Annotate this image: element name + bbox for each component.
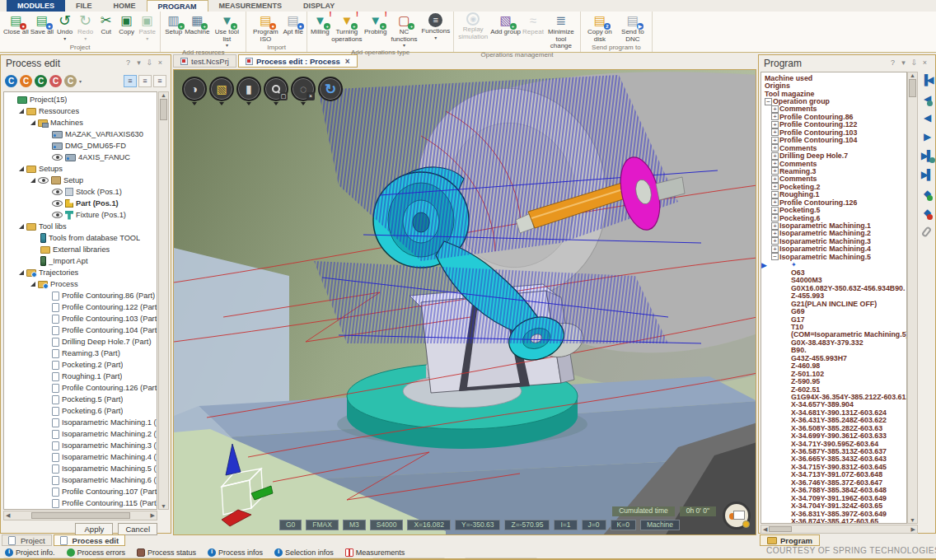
- setup-button[interactable]: ▥+Setup: [163, 12, 184, 36]
- collapse-minus-icon[interactable]: −: [771, 253, 779, 260]
- tree-item-4axis-fanuc[interactable]: 4AXIS_FANUC: [4, 152, 157, 163]
- expander-icon[interactable]: [19, 224, 24, 229]
- program-node-isoparametric-machining-5[interactable]: −Isoparametric Machining.5: [763, 253, 906, 260]
- gcode-line[interactable]: X-34.681Y-390.131Z-603.624: [763, 408, 906, 416]
- close-icon[interactable]: ×: [345, 57, 350, 66]
- program-vscrollbar[interactable]: ▲▼: [907, 72, 918, 524]
- expand-plus-icon[interactable]: +: [771, 167, 779, 175]
- expand-plus-icon[interactable]: +: [771, 183, 779, 190]
- gcode-line[interactable]: X-36.831Y-385.397Z-603.649: [763, 510, 906, 517]
- expand-plus-icon[interactable]: +: [771, 160, 779, 167]
- gcode-line[interactable]: (COM=Isoparametric Machining.5): [763, 330, 906, 338]
- tree-item-stock-pos-1[interactable]: Stock (Pos.1): [4, 186, 157, 198]
- gcode-line[interactable]: Z-501.102: [763, 370, 906, 377]
- visibility-eye-icon[interactable]: [52, 154, 63, 161]
- close-icon[interactable]: ×: [155, 59, 166, 67]
- help-icon[interactable]: ?: [123, 59, 133, 67]
- gcode-line[interactable]: G0X16.082Y-350.63Z-456.934B90.: [763, 284, 906, 292]
- program-node-drilling-deep-hole-7[interactable]: +Drilling Deep Hole.7: [763, 152, 906, 159]
- gcode-line[interactable]: X-34.704Y-391.324Z-603.65: [763, 502, 906, 509]
- program-iso-button[interactable]: ▤●Program ISO: [249, 12, 282, 43]
- program-node-tool-magazine[interactable]: Tool magazine: [763, 90, 906, 97]
- tree-item-setup[interactable]: Setup: [4, 175, 157, 186]
- gcode-line[interactable]: O63: [763, 268, 906, 276]
- simulation-gauge-icon[interactable]: [723, 502, 751, 530]
- tree-item-project-15[interactable]: Project(15): [4, 94, 157, 105]
- cancel-button[interactable]: Cancel: [118, 523, 157, 535]
- tree-item-trajectories[interactable]: Trajectories: [4, 267, 157, 278]
- apt-file-button[interactable]: ▤●Apt file: [282, 12, 303, 36]
- status-item-process-infos[interactable]: Process infos: [208, 548, 263, 557]
- view-mode-button-2[interactable]: ≡: [138, 75, 152, 87]
- view-mode-button-3[interactable]: ≡: [153, 75, 166, 87]
- expand-plus-icon[interactable]: +: [771, 128, 779, 136]
- go-first-icon[interactable]: ▐◀: [921, 75, 933, 85]
- expander-icon[interactable]: [19, 109, 24, 114]
- functions-button[interactable]: ≡Functions▾: [420, 12, 451, 40]
- expander-icon[interactable]: [19, 166, 24, 171]
- toolbar-c-blue-icon[interactable]: C: [5, 75, 17, 87]
- repeat-button[interactable]: ≈Repeat: [522, 12, 545, 36]
- gcode-line[interactable]: B90.: [763, 346, 906, 353]
- tree-item-external-libraries[interactable]: External libraries: [4, 244, 157, 255]
- expand-plus-icon[interactable]: +: [771, 121, 779, 128]
- gcode-line[interactable]: X-36.665Y-385.343Z-603.643: [763, 455, 906, 462]
- tree-item-ressources[interactable]: Ressources: [4, 105, 157, 117]
- selection-off-icon[interactable]: ◌×: [291, 77, 316, 101]
- tool-rem-icon[interactable]: ◆: [924, 208, 929, 217]
- program-node-roughing-1[interactable]: +Roughing.1: [763, 191, 906, 198]
- tree-item-profile-contouring-107-part[interactable]: Profile Contouring.107 (Part): [4, 486, 157, 497]
- gcode-line[interactable]: T10: [763, 323, 906, 330]
- status-item-project-info[interactable]: Project info.: [5, 548, 55, 557]
- gcode-line[interactable]: S4000M3: [763, 276, 906, 283]
- expander-icon[interactable]: [30, 120, 35, 125]
- gcode-line[interactable]: X-36.746Y-385.37Z-603.647: [763, 478, 906, 486]
- program-hscrollbar[interactable]: ◀▶: [760, 525, 918, 534]
- ribbon-tab-program[interactable]: PROGRAM: [147, 0, 208, 12]
- tree-item-fixture-pos-1[interactable]: Fixture (Pos.1): [4, 209, 157, 221]
- program-bottom-tab[interactable]: Program: [760, 534, 820, 546]
- go-last-icon[interactable]: ▶▌: [921, 170, 933, 180]
- expand-plus-icon[interactable]: +: [771, 207, 779, 214]
- tool-add-icon[interactable]: ◆: [924, 189, 929, 198]
- program-node-profile-contouring-126[interactable]: +Profile Contouring.126: [763, 198, 906, 206]
- pin-icon[interactable]: ⇩: [144, 59, 155, 67]
- send-to-dnc-button[interactable]: ▤▶Send to DNC: [616, 12, 649, 43]
- program-node-reaming-3[interactable]: +Reaming.3: [763, 167, 906, 175]
- close-icon[interactable]: ×: [920, 59, 930, 67]
- gcode-line[interactable]: Z-455.993: [763, 292, 906, 299]
- viewport-tool-refresh-rotate[interactable]: ↻: [318, 77, 343, 101]
- tree-item-profile-contouring-115-part[interactable]: Profile Contouring.115 (Part): [4, 497, 157, 509]
- view-mode-button-1[interactable]: ≡: [124, 75, 137, 87]
- tree-item-part-pos-1[interactable]: Part (Pos.1): [4, 198, 157, 209]
- viewport-tool-solid-view[interactable]: ▧: [209, 77, 234, 105]
- viewport-tab-process-edit-process[interactable]: Process edit : Process×: [238, 54, 358, 68]
- gcode-line[interactable]: X-34.709Y-391.196Z-603.649: [763, 494, 906, 502]
- tree-item-isoparametric-machining-4-part[interactable]: Isoparametric Machining.4 (Part): [4, 451, 157, 463]
- help-icon[interactable]: ?: [887, 59, 898, 67]
- tree-item-profile-contouring-104-part[interactable]: Profile Contouring.104 (Part): [4, 324, 157, 336]
- program-node-profile-contouring-103[interactable]: +Profile Contouring.103: [763, 128, 906, 136]
- tree-item-pocketing-6-part[interactable]: Pocketing.6 (Part): [4, 405, 157, 417]
- tree-item-tools-from-database-tool[interactable]: Tools from database TOOL: [4, 232, 157, 244]
- toolbar-c-orange-icon[interactable]: C: [20, 75, 32, 87]
- refresh-rotate-icon[interactable]: ↻: [318, 77, 343, 101]
- visibility-eye-icon[interactable]: [38, 177, 49, 184]
- gcode-line[interactable]: X-34.657Y-389.904: [763, 400, 906, 408]
- viewport-tool-stock-view[interactable]: ▮: [236, 77, 261, 105]
- program-node-profile-contouring-104[interactable]: +Profile Contouring.104: [763, 137, 906, 144]
- ribbon-tab-home[interactable]: HOME: [103, 0, 147, 12]
- stock-view-icon[interactable]: ▮: [236, 77, 261, 101]
- use-tool-list-button[interactable]: ▼+Use tool list▾: [210, 12, 243, 48]
- program-node-comments[interactable]: +Comments: [763, 160, 906, 167]
- expand-plus-icon[interactable]: +: [771, 222, 779, 230]
- tree-item-import-apt[interactable]: _Import Apt: [4, 255, 157, 267]
- tree-item-profile-contouring-122-part[interactable]: Profile Contouring.122 (Part): [4, 301, 157, 313]
- toolbar-c-red-icon[interactable]: C: [49, 75, 62, 87]
- viewport-tool-selection-off[interactable]: ◌×: [291, 77, 316, 105]
- replay-simulation-button[interactable]: ◉Replay simulation: [456, 12, 489, 40]
- scroll-thumb[interactable]: [31, 512, 130, 519]
- visibility-eye-icon[interactable]: [52, 200, 63, 207]
- expand-plus-icon[interactable]: +: [771, 137, 779, 144]
- program-node-isoparametric-machining-2[interactable]: +Isoparametric Machining.2: [763, 230, 906, 237]
